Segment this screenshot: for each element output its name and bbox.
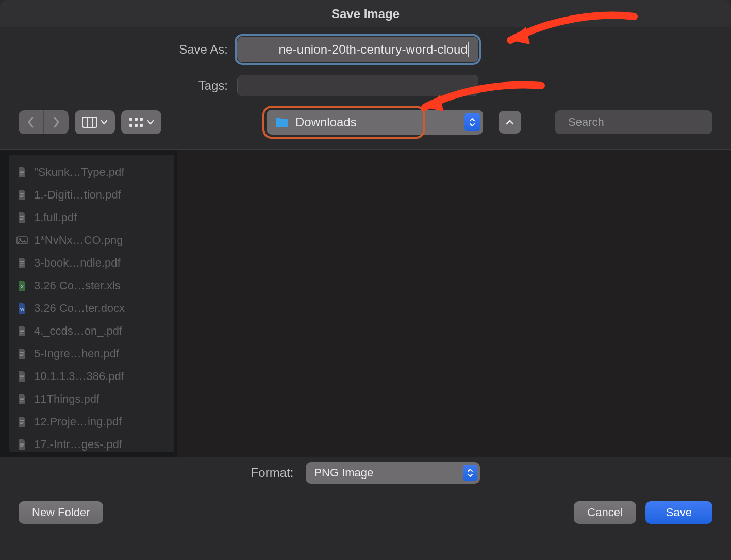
svg-text:W: W (20, 307, 25, 312)
file-list[interactable]: "Skunk…Type.pdf1.-Digiti…tion.pdf1.full.… (9, 155, 174, 452)
svg-rect-28 (20, 331, 24, 332)
svg-rect-15 (20, 195, 24, 196)
svg-rect-16 (20, 196, 23, 197)
svg-rect-36 (20, 398, 24, 399)
collapse-browser-button[interactable] (499, 111, 521, 134)
popup-stepper-icon (464, 113, 480, 131)
grid-group-icon (128, 117, 144, 128)
save-as-value: ne-union-20th-century-word-cloud (278, 42, 468, 57)
svg-rect-33 (20, 375, 24, 376)
window-title: Save Image (331, 7, 400, 21)
file-row[interactable]: W3.26 Co…ter.docx (16, 297, 167, 320)
file-preview (177, 150, 731, 457)
file-row[interactable]: X3.26 Co…ster.xls (16, 274, 167, 297)
svg-rect-7 (135, 124, 138, 127)
file-name: 3.26 Co…ter.docx (34, 302, 125, 315)
save-form: Save As: ne-union-20th-century-word-clou… (0, 27, 731, 110)
file-row[interactable]: 5-Ingre…hen.pdf (16, 342, 167, 365)
cancel-button[interactable]: Cancel (574, 501, 636, 524)
view-columns-button[interactable] (75, 110, 115, 134)
file-name: 3.26 Co…ster.xls (34, 279, 121, 292)
svg-rect-0 (82, 117, 97, 127)
svg-rect-30 (20, 352, 24, 353)
file-row[interactable]: "Skunk…Type.pdf (16, 161, 167, 184)
svg-rect-29 (20, 333, 23, 334)
tags-field[interactable] (237, 75, 478, 96)
search-field[interactable] (555, 110, 712, 134)
svg-rect-8 (140, 124, 143, 127)
file-row[interactable]: 12.Proje…ing.pdf (16, 410, 167, 433)
svg-rect-37 (20, 399, 24, 400)
doc-file-icon (16, 416, 28, 427)
file-name: 4._ccds…on_.pdf (34, 324, 122, 338)
doc-file-icon (16, 439, 28, 450)
file-name: 1*NvNx…CO.png (34, 234, 123, 247)
file-row[interactable]: 11Things.pdf (16, 388, 167, 410)
svg-rect-11 (20, 171, 24, 172)
view-grouping-button[interactable] (121, 110, 161, 134)
image-file-icon (16, 236, 28, 244)
nav-forward-button[interactable] (44, 110, 69, 134)
svg-rect-40 (20, 422, 24, 423)
nav-segment (19, 110, 69, 134)
folder-icon (275, 117, 289, 128)
svg-rect-35 (20, 378, 23, 379)
docx-file-icon: W (16, 303, 28, 314)
svg-rect-27 (20, 330, 24, 331)
svg-rect-3 (129, 118, 132, 121)
location-popup[interactable]: Downloads (267, 110, 483, 135)
file-row[interactable]: 3-book…ndle.pdf (16, 252, 167, 274)
svg-rect-5 (140, 118, 143, 121)
doc-file-icon (16, 257, 28, 269)
format-value: PNG Image (314, 466, 373, 480)
format-select[interactable]: PNG Image (306, 462, 480, 484)
file-browser-toolbar: Downloads (0, 110, 731, 149)
search-input[interactable] (567, 115, 711, 129)
file-name: 5-Ingre…hen.pdf (34, 347, 119, 360)
file-row[interactable]: 1.-Digiti…tion.pdf (16, 184, 167, 206)
svg-rect-17 (20, 216, 24, 217)
svg-rect-34 (20, 376, 24, 377)
text-caret (468, 42, 469, 57)
svg-rect-39 (20, 420, 24, 421)
doc-file-icon (16, 167, 28, 178)
chevron-up-icon (505, 119, 514, 125)
doc-file-icon (16, 325, 28, 337)
svg-rect-22 (20, 261, 24, 262)
svg-rect-14 (20, 193, 24, 194)
save-button[interactable]: Save (645, 501, 712, 524)
new-folder-button[interactable]: New Folder (19, 501, 103, 524)
xls-file-icon: X (16, 280, 28, 291)
doc-file-icon (16, 189, 28, 201)
doc-file-icon (16, 393, 28, 405)
location-label: Downloads (295, 115, 357, 129)
svg-rect-38 (20, 401, 23, 402)
window-titlebar: Save Image (0, 0, 731, 27)
svg-text:X: X (21, 284, 24, 289)
chevron-right-icon (52, 116, 60, 128)
svg-rect-43 (20, 444, 24, 446)
file-row[interactable]: 1*NvNx…CO.png (16, 229, 167, 252)
file-row[interactable]: 10.1.1.3…386.pdf (16, 365, 167, 388)
svg-rect-18 (20, 218, 24, 219)
nav-back-button[interactable] (19, 110, 43, 134)
save-as-label: Save As: (0, 42, 237, 57)
svg-rect-24 (20, 265, 23, 266)
svg-rect-23 (20, 263, 24, 264)
columns-icon (82, 117, 97, 128)
file-name: 17.-Intr…ges-.pdf (34, 438, 122, 451)
save-as-field[interactable]: ne-union-20th-century-word-cloud (237, 37, 478, 62)
svg-rect-42 (20, 443, 24, 444)
svg-rect-32 (20, 355, 23, 356)
svg-rect-6 (129, 124, 132, 127)
file-row[interactable]: 4._ccds…on_.pdf (16, 320, 167, 342)
format-label: Format: (251, 466, 294, 480)
chevron-down-icon (147, 120, 154, 125)
chevron-down-icon (101, 120, 108, 125)
location-popup-wrap: Downloads (267, 110, 483, 135)
file-row[interactable]: 17.-Intr…ges-.pdf (16, 433, 167, 452)
file-row[interactable]: 1.full.pdf (16, 206, 167, 229)
svg-rect-44 (20, 446, 23, 447)
svg-rect-31 (20, 354, 24, 355)
svg-rect-19 (20, 219, 23, 220)
